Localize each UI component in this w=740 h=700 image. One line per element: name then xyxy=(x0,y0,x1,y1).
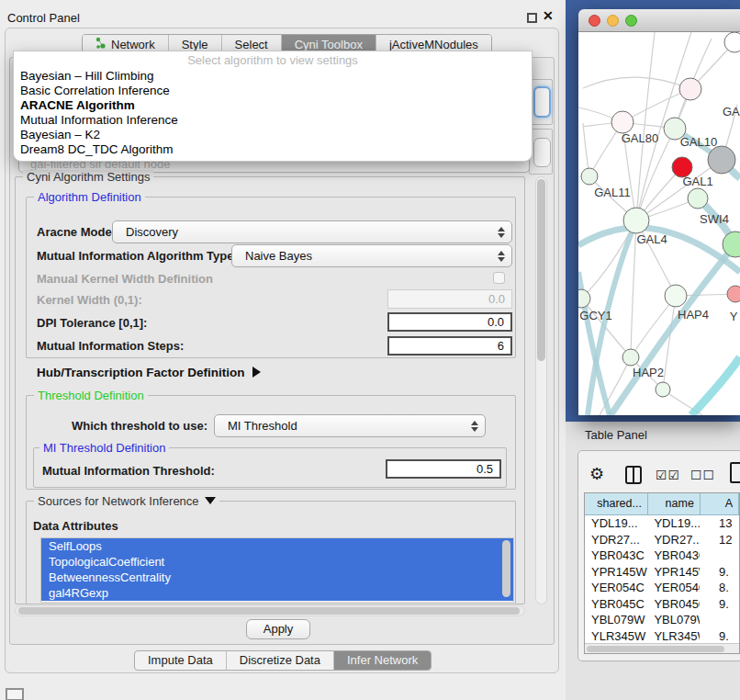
dpi-tolerance-field[interactable]: 0.0 xyxy=(387,312,512,332)
table-header-row: shared...nameA xyxy=(585,493,739,515)
node-label: GAL11 xyxy=(594,186,631,199)
algorithm-option-bayesian-hill-climbing[interactable]: Bayesian – Hill Climbing xyxy=(14,69,532,84)
tab-label: Cyni Toolbox xyxy=(295,38,363,51)
algorithm-option-basic-correlation-inference[interactable]: Basic Correlation Inference xyxy=(14,84,532,98)
mi-threshold-definition-legend: MI Threshold Definition xyxy=(39,441,169,455)
table-row[interactable]: YDL19...YDL19...13 xyxy=(585,515,739,532)
algorithm-option-bayesian-k2[interactable]: Bayesian – K2 xyxy=(14,128,532,142)
table-cell: 9. xyxy=(700,564,739,581)
cyni-algorithm-settings-legend: Cyni Algorithm Settings xyxy=(23,170,153,184)
node-label: GCY1 xyxy=(579,309,611,322)
select-all-checkboxes-icon[interactable]: ☑☑ xyxy=(656,468,680,482)
table-cell: YDL19... xyxy=(585,515,647,532)
mi-type-combo[interactable]: Naive Bayes xyxy=(231,244,512,267)
network-node[interactable] xyxy=(611,111,633,133)
node-label: GAL1 xyxy=(682,175,712,188)
algorithm-select-combo-fragment[interactable] xyxy=(533,86,551,118)
table-cell: 12 xyxy=(700,532,739,548)
close-traffic-light-icon[interactable] xyxy=(589,15,600,27)
tab-label: Select xyxy=(235,38,268,51)
algorithm-prompt: Select algorithm to view settings xyxy=(14,51,532,69)
which-threshold-combo[interactable]: MI Threshold xyxy=(214,414,486,437)
apply-button[interactable]: Apply xyxy=(246,619,310,639)
tab-discretize-data[interactable]: Discretize Data xyxy=(227,651,334,670)
table-cell: YBL079W xyxy=(647,612,700,628)
network-node[interactable] xyxy=(622,349,639,366)
table-horizontal-scrollbar[interactable] xyxy=(585,643,739,653)
scrollbar-thumb[interactable] xyxy=(537,179,545,361)
network-graph: GALGAL80GAL10GAL1GAL11SWI4GAL4GCY1HAP4YH… xyxy=(578,32,740,415)
close-icon[interactable]: ✕ xyxy=(543,8,554,23)
column-header-shared[interactable]: shared... xyxy=(585,493,648,515)
mi-steps-field[interactable]: 6 xyxy=(387,336,512,356)
minimize-traffic-light-icon[interactable] xyxy=(607,15,619,27)
table-row[interactable]: YBR043CYBR043C xyxy=(585,548,739,564)
attribute-item-betweennesscentrality[interactable]: BetweennessCentrality xyxy=(41,570,513,585)
scrollbar-thumb[interactable] xyxy=(587,646,724,652)
table-row[interactable]: YPR145WYPR145W9. xyxy=(585,564,739,581)
network-select-combo-fragment[interactable] xyxy=(533,138,551,167)
node-table[interactable]: shared...nameAYDL19...YDL19...13YDR27...… xyxy=(584,492,740,654)
table-cell xyxy=(700,612,739,628)
node-label: HAP2 xyxy=(633,366,664,379)
column-header-a[interactable]: A xyxy=(701,493,739,515)
algorithm-option-mutual-information-inference[interactable]: Mutual Information Inference xyxy=(14,113,532,128)
mi-steps-label: Mutual Information Steps: xyxy=(37,339,184,353)
table-row[interactable]: YER054CYER054C8. xyxy=(585,580,739,596)
network-node[interactable] xyxy=(724,32,740,52)
node-label: SWI4 xyxy=(700,212,729,226)
table-row[interactable]: YDR27...YDR27...12 xyxy=(585,532,739,548)
network-node[interactable] xyxy=(727,286,740,302)
aracne-mode-combo[interactable]: Discovery xyxy=(112,220,512,243)
network-view-window: GALGAL80GAL10GAL1GAL11SWI4GAL4GCY1HAP4YH… xyxy=(578,9,740,415)
network-node[interactable] xyxy=(688,188,708,209)
network-canvas[interactable]: GALGAL80GAL10GAL1GAL11SWI4GAL4GCY1HAP4YH… xyxy=(578,32,740,415)
network-node[interactable] xyxy=(665,285,687,307)
settings-vertical-scrollbar[interactable] xyxy=(535,176,547,604)
deselect-all-checkboxes-icon[interactable]: ☐☐ xyxy=(690,468,715,482)
data-attributes-list[interactable]: SelfLoopsTopologicalCoefficientBetweenne… xyxy=(40,537,514,603)
table-row[interactable]: YBL079WYBL079W xyxy=(585,612,739,628)
algorithm-option-dream8-dc-tdc-algorithm[interactable]: Dream8 DC_TDC Algorithm xyxy=(14,142,532,157)
data-attributes-label: Data Attributes xyxy=(33,519,118,533)
minimized-panel-icon[interactable] xyxy=(6,688,24,700)
network-edge[interactable] xyxy=(691,357,740,415)
network-node[interactable] xyxy=(708,146,735,174)
attribute-item-selfloops[interactable]: SelfLoops xyxy=(41,538,513,554)
network-window-titlebar[interactable] xyxy=(578,9,740,32)
network-node[interactable] xyxy=(623,208,649,233)
attribute-item-topologicalcoefficient[interactable]: TopologicalCoefficient xyxy=(41,554,513,570)
tab-impute-data[interactable]: Impute Data xyxy=(135,651,227,670)
column-view-icon[interactable] xyxy=(625,466,642,484)
aracne-mode-label: Aracne Mode: xyxy=(37,225,116,239)
scrollbar-thumb[interactable] xyxy=(18,607,520,615)
network-edge[interactable] xyxy=(631,220,636,357)
network-node[interactable] xyxy=(578,289,590,308)
manual-kernel-checkbox[interactable] xyxy=(493,272,505,284)
document-icon[interactable] xyxy=(730,462,740,483)
network-node[interactable] xyxy=(581,168,598,185)
network-node[interactable] xyxy=(656,382,670,397)
kernel-width-field[interactable]: 0.0 xyxy=(387,289,512,309)
stepper-icon xyxy=(471,421,478,432)
table-row[interactable]: YLR345WYLR345W9. xyxy=(585,628,739,645)
zoom-traffic-light-icon[interactable] xyxy=(625,15,637,27)
mi-threshold-field[interactable]: 0.5 xyxy=(386,459,501,479)
hub-definition-expander[interactable]: Hub/Transcription Factor Definition xyxy=(37,366,261,379)
gear-icon[interactable]: ⚙ xyxy=(589,464,604,484)
node-label: HAP4 xyxy=(678,308,709,322)
tab-infer-network[interactable]: Infer Network xyxy=(334,651,431,670)
attribute-item-gal4rgexp[interactable]: gal4RGexp xyxy=(41,585,513,601)
sources-legend[interactable]: Sources for Network Inference xyxy=(34,494,219,508)
stepper-icon xyxy=(498,251,505,262)
table-cell: YER054C xyxy=(647,580,700,596)
algorithm-option-aracne-algorithm[interactable]: ARACNE Algorithm xyxy=(14,98,532,113)
column-header-name[interactable]: name xyxy=(648,493,701,515)
tab-label: jActiveMNodules xyxy=(389,38,478,51)
network-node[interactable] xyxy=(679,78,701,100)
table-row[interactable]: YBR045CYBR045C9. xyxy=(585,596,739,613)
settings-horizontal-scrollbar[interactable] xyxy=(15,605,525,616)
float-window-button[interactable] xyxy=(527,13,537,23)
node-label: Y xyxy=(730,310,738,323)
aracne-mode-value: Discovery xyxy=(126,225,178,239)
